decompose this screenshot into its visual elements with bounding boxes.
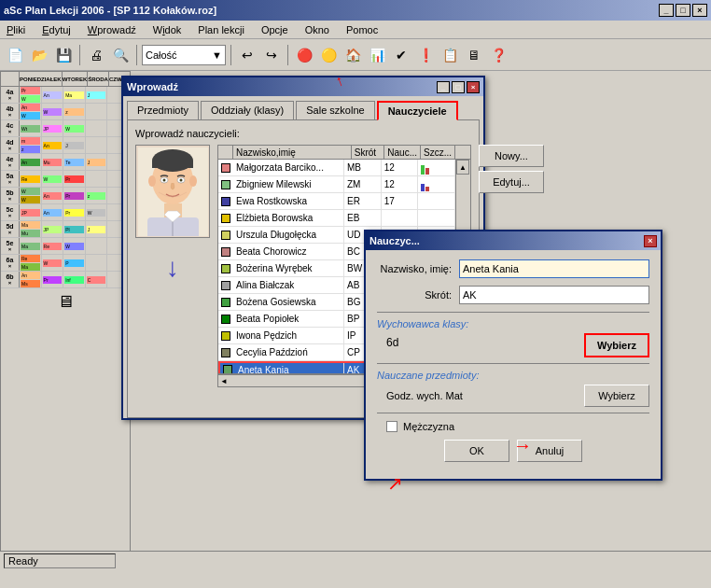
tool5-button[interactable]: ✔ — [390, 44, 412, 66]
schedule-cell[interactable]: AnW — [20, 104, 42, 119]
table-row[interactable]: 4b× AnW W z — [1, 104, 130, 120]
menu-widok[interactable]: Widok — [150, 23, 185, 36]
menu-opcje[interactable]: Opcje — [258, 23, 291, 36]
schedule-cell[interactable]: W — [86, 204, 108, 220]
tool3-button[interactable]: 🏠 — [342, 44, 364, 66]
tab-oddzialy[interactable]: Oddziały (klasy) — [201, 101, 294, 120]
schedule-cell[interactable]: Pr — [42, 272, 64, 287]
redo-button[interactable]: ↪ — [260, 44, 283, 66]
schedule-cell[interactable]: J — [86, 87, 108, 103]
schedule-cell[interactable]: An — [42, 137, 64, 153]
maximize-button[interactable]: □ — [676, 4, 690, 17]
table-row[interactable]: 4e× An Mu Te J — [1, 154, 130, 171]
table-row[interactable]: 5a× Re W Pr — [1, 171, 130, 188]
schedule-cell[interactable]: Inf — [63, 272, 86, 287]
tool6-button[interactable]: ❗ — [414, 44, 437, 66]
schedule-cell[interactable]: Mu — [42, 154, 64, 170]
schedule-cell[interactable]: An — [42, 188, 64, 203]
schedule-cell[interactable]: Pr — [63, 204, 86, 220]
help-button[interactable]: ❓ — [487, 44, 509, 66]
schedule-cell[interactable]: Pl — [63, 221, 86, 237]
schedule-cell[interactable]: JP — [20, 204, 42, 220]
tool4-button[interactable]: 📊 — [366, 44, 388, 66]
list-item[interactable]: Elżbieta Borowska EB — [218, 210, 455, 227]
mężczyzna-checkbox[interactable] — [386, 421, 397, 432]
ok-button[interactable]: OK — [444, 440, 509, 462]
wprowadz-close-btn[interactable]: × — [467, 81, 480, 93]
schedule-cell[interactable]: An — [42, 87, 64, 103]
schedule-cell[interactable]: P — [63, 255, 86, 271]
minimize-button[interactable]: _ — [659, 4, 674, 17]
schedule-cell[interactable]: An — [42, 204, 64, 220]
nauczyc-close-btn[interactable]: × — [644, 235, 657, 247]
schedule-cell[interactable]: JP — [42, 221, 64, 237]
new-button[interactable]: 📄 — [4, 44, 26, 66]
table-row[interactable]: 4a× PrW An Ma J — [1, 87, 130, 104]
schedule-cell[interactable] — [86, 104, 108, 119]
menu-plan[interactable]: Plan lekcji — [195, 23, 247, 36]
wprowadz-minimize-btn[interactable]: _ — [437, 81, 450, 93]
schedule-cell[interactable]: Re — [42, 238, 64, 254]
close-button[interactable]: × — [692, 4, 707, 17]
schedule-cell[interactable]: ReMa — [20, 255, 42, 271]
schedule-cell[interactable]: Pr — [63, 188, 86, 203]
schedule-cell[interactable]: W — [42, 171, 64, 187]
wybierz2-button[interactable]: Wybierz — [584, 385, 649, 407]
open-button[interactable]: 📂 — [28, 44, 50, 66]
scroll-left-btn[interactable]: ◄ — [220, 377, 228, 385]
tool7-button[interactable]: 📋 — [439, 44, 461, 66]
schedule-cell[interactable]: W — [63, 120, 86, 136]
schedule-cell[interactable]: mz — [20, 137, 42, 153]
nowy-button[interactable]: Nowy... — [479, 145, 544, 167]
preview-button[interactable]: 🔍 — [109, 44, 132, 66]
menu-pomoc[interactable]: Pomoc — [343, 23, 381, 36]
schedule-cell[interactable]: J — [86, 154, 108, 170]
schedule-cell[interactable]: PrW — [20, 87, 42, 103]
print-button[interactable]: 🖨 — [85, 44, 107, 66]
schedule-cell[interactable]: W — [42, 255, 64, 271]
wybierz1-button[interactable]: Wybierz — [584, 333, 649, 357]
table-row[interactable]: 5c× JP An Pr W — [1, 204, 130, 221]
menu-edytuj[interactable]: Edytuj — [39, 23, 74, 36]
schedule-cell[interactable]: W — [63, 238, 86, 254]
schedule-cell[interactable]: JP — [42, 120, 64, 136]
schedule-cell[interactable] — [86, 120, 108, 136]
schedule-cell[interactable]: Ma — [63, 87, 86, 103]
tab-sale[interactable]: Sale szkolne — [296, 101, 374, 120]
menu-okno[interactable]: Okno — [302, 23, 332, 36]
list-item[interactable]: Małgorzata Barciko... MB 12 — [218, 160, 455, 176]
schedule-cell[interactable]: Ma — [20, 238, 42, 254]
schedule-cell[interactable]: W — [42, 104, 64, 119]
short-input[interactable]: AK — [459, 286, 649, 304]
menu-wprowadz[interactable]: Wprowadź — [85, 23, 139, 36]
schedule-cell[interactable]: J — [86, 221, 108, 237]
schedule-cell[interactable] — [86, 137, 108, 153]
table-row[interactable]: 6b× AnMs Pr Inf C — [1, 272, 130, 288]
table-row[interactable]: 5d× MaMu JP Pl J — [1, 221, 130, 238]
schedule-cell[interactable]: Te — [63, 154, 86, 170]
tool2-button[interactable]: 🟡 — [317, 44, 340, 66]
table-row[interactable]: 5b× WW An Pr z — [1, 188, 130, 204]
name-input[interactable]: Aneta Kania — [459, 259, 649, 278]
schedule-cell[interactable]: z — [86, 188, 108, 203]
edytuj-button[interactable]: Edytuj... — [479, 171, 544, 193]
menu-pliki[interactable]: Pliki — [4, 23, 28, 36]
schedule-cell[interactable] — [86, 238, 108, 254]
table-row[interactable]: 4d× mz An J — [1, 137, 130, 154]
list-item[interactable]: Zbigniew Milewski ZM 12 — [218, 176, 455, 193]
save-button[interactable]: 💾 — [52, 44, 75, 66]
tab-przedmioty[interactable]: Przedmioty — [127, 101, 199, 120]
list-item[interactable]: Ewa Rostkowska ER 17 — [218, 193, 455, 210]
table-row[interactable]: 6a× ReMa W P — [1, 255, 130, 272]
schedule-cell[interactable]: MaMu — [20, 221, 42, 237]
undo-button[interactable]: ↩ — [236, 44, 258, 66]
schedule-cell[interactable]: C — [86, 272, 108, 287]
schedule-cell[interactable]: Pr — [63, 171, 86, 187]
schedule-cell[interactable]: z — [63, 104, 86, 119]
schedule-cell[interactable]: J — [63, 137, 86, 153]
schedule-cell[interactable] — [86, 255, 108, 271]
wprowadz-maximize-btn[interactable]: □ — [452, 81, 465, 93]
schedule-cell[interactable]: An — [20, 154, 42, 170]
view-combo[interactable]: Całość ▼ — [142, 45, 226, 65]
schedule-cell[interactable]: AnMs — [20, 272, 42, 287]
